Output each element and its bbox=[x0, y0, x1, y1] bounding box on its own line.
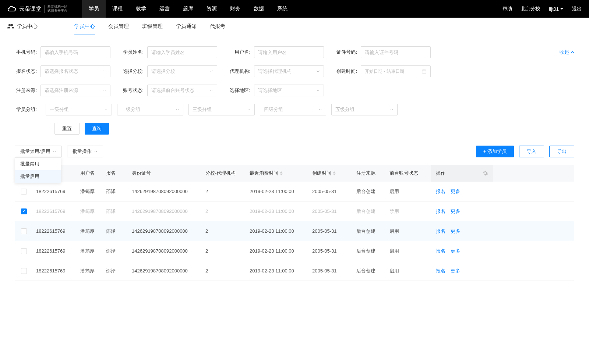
topnav-item-6[interactable]: 财务 bbox=[223, 0, 247, 18]
topnav-item-8[interactable]: 系统 bbox=[271, 0, 294, 18]
register-link[interactable]: 报名 bbox=[436, 188, 445, 195]
group-level-4-select[interactable]: 四级分组 bbox=[260, 104, 326, 115]
chevron-down-icon bbox=[94, 150, 98, 153]
topnav-item-1[interactable]: 课程 bbox=[106, 0, 129, 18]
table-row: 18222615769潘筠厚邵泽142629198708092000000220… bbox=[15, 241, 574, 261]
cell-branch: 2 bbox=[202, 228, 247, 234]
cell-username: 潘筠厚 bbox=[77, 248, 103, 254]
cell-username: 潘筠厚 bbox=[77, 188, 103, 195]
row-checkbox[interactable] bbox=[21, 268, 27, 274]
chevron-down-icon bbox=[316, 69, 320, 73]
group-label: 学员分组: bbox=[15, 106, 37, 113]
students-table: 用户名 报名 身份证号 分校-代理机构 最近消费时间 创建时间 注册来源 前台账… bbox=[15, 165, 574, 281]
region-select[interactable]: 请选择地区 bbox=[254, 85, 324, 96]
cell-source: 后台创建 bbox=[353, 228, 387, 235]
subnav-item-0[interactable]: 学员中心 bbox=[74, 18, 95, 35]
cell-create: 2005-05-31 bbox=[309, 208, 353, 214]
createtime-range[interactable]: 开始日期 - 结束日期 bbox=[361, 65, 431, 77]
more-link[interactable]: 更多 bbox=[451, 208, 460, 215]
register-link[interactable]: 报名 bbox=[436, 268, 445, 274]
cell-create: 2005-05-31 bbox=[309, 268, 353, 274]
caret-down-icon bbox=[560, 7, 563, 10]
register-link[interactable]: 报名 bbox=[436, 208, 445, 215]
logo: 云朵课堂 教育机构一站 式服务云平台 bbox=[7, 4, 67, 13]
idcard-input[interactable] bbox=[361, 46, 431, 58]
cell-status: 启用 bbox=[387, 248, 431, 254]
regsource-select[interactable]: 请选择注册来源 bbox=[40, 85, 110, 96]
register-link[interactable]: 报名 bbox=[436, 248, 445, 254]
agency-label: 代理机构: bbox=[228, 68, 250, 75]
cell-consume: 2019-02-23 11:00:00 bbox=[247, 189, 309, 194]
bulk-toggle-menu: 批量禁用 批量启用 bbox=[15, 157, 61, 183]
collapse-toggle[interactable]: 收起 bbox=[560, 49, 574, 56]
topnav-item-0[interactable]: 学员 bbox=[82, 0, 106, 18]
cell-reg: 邵泽 bbox=[103, 268, 129, 274]
more-link[interactable]: 更多 bbox=[451, 248, 460, 254]
topnav-item-2[interactable]: 教学 bbox=[129, 0, 153, 18]
chevron-down-icon bbox=[53, 150, 56, 153]
branch-selector[interactable]: 北京分校 bbox=[521, 6, 540, 12]
sort-icon bbox=[333, 171, 336, 175]
phone-input[interactable] bbox=[40, 46, 110, 58]
row-checkbox[interactable]: ✓ bbox=[21, 208, 27, 214]
cell-branch: 2 bbox=[202, 248, 247, 254]
help-link[interactable]: 帮助 bbox=[502, 6, 512, 12]
name-input[interactable] bbox=[147, 46, 217, 58]
row-checkbox[interactable] bbox=[21, 248, 27, 254]
group-level-5-select[interactable]: 五级分组 bbox=[331, 104, 398, 115]
more-link[interactable]: 更多 bbox=[451, 228, 460, 235]
subnav-item-2[interactable]: 班级管理 bbox=[142, 18, 163, 35]
chevron-down-icon bbox=[318, 108, 322, 111]
register-link[interactable]: 报名 bbox=[436, 228, 445, 235]
more-link[interactable]: 更多 bbox=[451, 188, 460, 195]
regstatus-select[interactable]: 请选择报名状态 bbox=[40, 65, 110, 77]
export-button[interactable]: 导出 bbox=[549, 146, 574, 157]
reset-button[interactable]: 重置 bbox=[54, 123, 80, 135]
group-level-2-select[interactable]: 二级分组 bbox=[117, 104, 183, 115]
cell-status: 启用 bbox=[387, 268, 431, 274]
cell-consume: 2019-02-23 11:00:00 bbox=[247, 248, 309, 254]
add-student-button[interactable]: + 添加学员 bbox=[476, 146, 514, 157]
th-idnum: 身份证号 bbox=[129, 170, 202, 176]
group-level-1-select[interactable]: 一级分组 bbox=[46, 104, 112, 115]
group-level-3-select[interactable]: 三级分组 bbox=[188, 104, 255, 115]
bulk-ops-dropdown[interactable]: 批量操作 bbox=[67, 146, 103, 157]
import-button[interactable]: 导入 bbox=[519, 146, 544, 157]
subnav-item-3[interactable]: 学员通知 bbox=[176, 18, 197, 35]
gear-icon[interactable] bbox=[482, 170, 488, 176]
search-button[interactable]: 查询 bbox=[85, 123, 109, 135]
row-checkbox[interactable] bbox=[21, 228, 27, 234]
subnav-item-4[interactable]: 代报考 bbox=[210, 18, 225, 35]
user-menu[interactable]: lijt01 bbox=[549, 6, 563, 12]
cell-idnum: 142629198708092000000 bbox=[129, 248, 202, 254]
row-checkbox[interactable] bbox=[21, 189, 27, 195]
username-label: 用户名: bbox=[228, 49, 250, 56]
agency-select[interactable]: 请选择代理机构 bbox=[254, 65, 324, 77]
topnav-item-7[interactable]: 数据 bbox=[247, 0, 271, 18]
cell-branch: 2 bbox=[202, 189, 247, 194]
accstatus-select[interactable]: 请选择前台账号状态 bbox=[147, 85, 217, 96]
topnav-item-5[interactable]: 资源 bbox=[200, 0, 223, 18]
th-create[interactable]: 创建时间 bbox=[309, 170, 353, 176]
accstatus-label: 账号状态: bbox=[121, 87, 144, 94]
cell-source: 后台创建 bbox=[353, 208, 387, 215]
regsource-label: 注册来源: bbox=[15, 87, 37, 94]
bulk-disable-item[interactable]: 批量禁用 bbox=[15, 158, 61, 170]
cell-phone: 18222615769 bbox=[33, 208, 77, 214]
username-input[interactable] bbox=[254, 46, 324, 58]
cell-source: 后台创建 bbox=[353, 248, 387, 254]
bulk-enable-item[interactable]: 批量启用 bbox=[15, 170, 61, 183]
bulk-toggle-dropdown[interactable]: 批量禁用/启用 bbox=[15, 146, 62, 157]
more-link[interactable]: 更多 bbox=[451, 268, 460, 274]
idcard-label: 证件号码: bbox=[335, 49, 357, 56]
chevron-down-icon bbox=[390, 108, 394, 111]
logout-link[interactable]: 退出 bbox=[572, 6, 582, 12]
calendar-icon bbox=[422, 69, 427, 74]
chevron-down-icon bbox=[247, 108, 251, 111]
branch-select[interactable]: 请选择分校 bbox=[147, 65, 217, 77]
subnav-item-1[interactable]: 会员管理 bbox=[108, 18, 129, 35]
topnav-item-4[interactable]: 题库 bbox=[176, 0, 200, 18]
topnav-item-3[interactable]: 运营 bbox=[153, 0, 176, 18]
th-consume[interactable]: 最近消费时间 bbox=[247, 170, 309, 176]
chevron-up-icon bbox=[571, 50, 574, 54]
